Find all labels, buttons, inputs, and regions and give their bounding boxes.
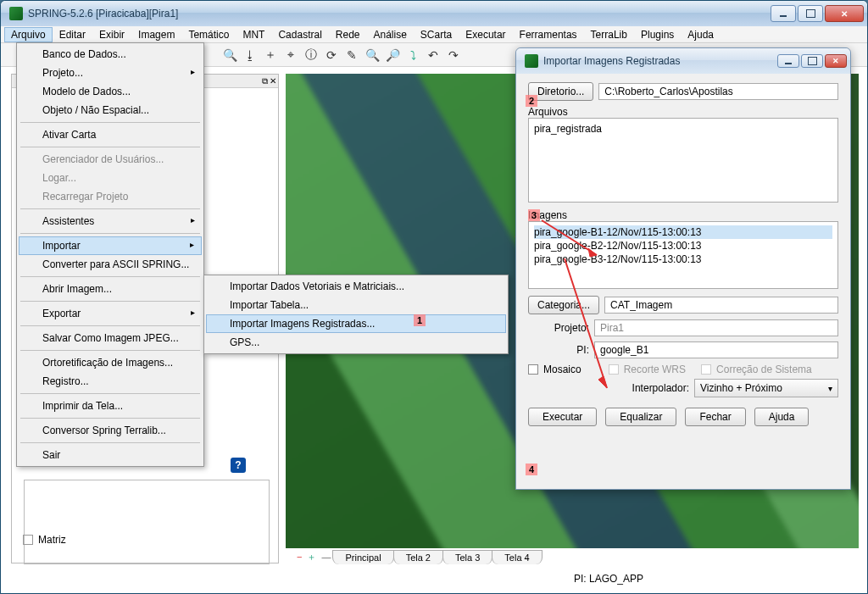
menu-importar[interactable]: Importar [19,236,202,255]
imagens-label: Imagens [528,209,838,221]
dialog-minimize-button[interactable] [777,54,799,68]
tab-prev-icon[interactable]: — [319,552,333,562]
mosaico-label: Mosaico [543,364,581,375]
menu-modelo-dados[interactable]: Modelo de Dados... [19,82,202,101]
menu-exportar[interactable]: Exportar [19,304,202,323]
diretorio-button[interactable]: Diretorio... [528,82,593,101]
panel-close-icon[interactable]: ✕ [270,76,276,86]
menu-ger-usuarios: Gerenciador de Usuários... [19,150,202,169]
submenu-dados-vetoriais[interactable]: Importar Dados Vetoriais e Matriciais... [206,277,506,296]
pi-field[interactable]: google_B1 [594,341,838,358]
lasso-icon[interactable]: ⤵ [404,47,421,64]
dialog-maximize-button[interactable] [801,54,823,68]
arrow-down-icon[interactable]: ⭳ [242,47,259,64]
rotate-icon[interactable]: ⟳ [323,47,340,64]
executar-button[interactable]: Executar [528,408,597,426]
menu-imprimir-tela[interactable]: Imprimir da Tela... [19,397,202,415]
menu-registro[interactable]: Registro... [19,372,202,391]
annotation-tag-2: 2 [526,95,537,107]
minimize-button[interactable] [771,5,796,22]
pencil-icon[interactable]: ✎ [343,47,360,64]
recorte-wrs-label: Recorte WRS [624,364,686,375]
menu-recarregar: Recarregar Projeto [19,187,202,206]
mosaico-checkbox[interactable] [528,364,538,375]
imagens-listbox[interactable]: pira_google-B1-12/Nov/115-13:00:13 pira_… [528,221,838,289]
zoom-out-icon[interactable]: 🔎 [384,47,401,64]
tab-remove-icon[interactable]: − [294,552,304,562]
status-bar: PI: LAGO_APP [9,569,859,588]
import-dialog: Importar Imagens Registradas Diretorio..… [515,47,851,490]
tab-principal[interactable]: Principal [332,550,393,564]
menu-objeto-nao-espacial[interactable]: Objeto / Não Espacial... [19,101,202,119]
imagem-item-3[interactable]: pira_google-B3-12/Nov/115-13:00:13 [534,253,832,266]
menu-sair[interactable]: Sair [19,446,202,464]
help-icon[interactable]: ? [231,458,246,473]
menu-ferramentas[interactable]: Ferramentas [513,27,584,42]
menu-ajuda[interactable]: Ajuda [681,27,721,42]
arquivo-item[interactable]: pira_registrada [534,122,832,136]
menu-abrir-imagem[interactable]: Abrir Imagem... [19,280,202,298]
arquivos-listbox[interactable]: pira_registrada [528,118,838,203]
categoria-button[interactable]: Categoria... [528,296,599,314]
annotation-tag-4: 4 [526,464,537,475]
menu-banco-dados[interactable]: Banco de Dados... [19,45,202,64]
menu-executar[interactable]: Executar [459,27,512,42]
menu-plugins[interactable]: Plugins [634,27,681,42]
arquivo-dropdown: Banco de Dados... Projeto... Modelo de D… [16,42,204,467]
tab-tela4[interactable]: Tela 4 [492,550,542,564]
dialog-close-button[interactable] [825,54,847,68]
menu-imagem[interactable]: Imagem [131,27,181,42]
maximize-button[interactable] [798,5,823,22]
tab-tela3[interactable]: Tela 3 [442,550,492,564]
dialog-titlebar: Importar Imagens Registradas [516,48,850,74]
redo-icon[interactable]: ↷ [445,47,462,64]
menu-logar: Logar... [19,169,202,187]
menu-editar[interactable]: Editar [53,27,92,42]
annotation-tag-1: 1 [414,314,426,326]
interpolador-select[interactable]: Vizinho + Próximo [694,379,838,397]
zoom-icon[interactable]: 🔍 [221,47,238,64]
crosshair-icon[interactable]: ⌖ [282,47,299,64]
menu-salvar-jpeg[interactable]: Salvar Como Imagem JPEG... [19,329,202,347]
matriz-checkbox[interactable] [23,535,33,545]
spring-app-icon [9,7,23,20]
menu-scarta[interactable]: SCarta [414,27,459,42]
zoom-in-icon[interactable]: 🔍 [364,47,381,64]
menu-ativar-carta[interactable]: Ativar Carta [19,125,202,144]
menu-conversor-terralib[interactable]: Conversor Spring Terralib... [19,421,202,440]
menu-bar: Arquivo Editar Exibir Imagem Temático MN… [1,26,867,43]
submenu-gps[interactable]: GPS... [206,333,506,352]
imagem-item-2[interactable]: pira_google-B2-12/Nov/115-13:00:13 [534,239,832,253]
diretorio-field[interactable]: C:\Roberto_Carlos\Apostilas [598,83,838,100]
menu-exibir[interactable]: Exibir [92,27,131,42]
matriz-checkbox-row: Matriz [23,534,66,546]
menu-terralib[interactable]: TerraLib [584,27,634,42]
menu-projeto[interactable]: Projeto... [19,64,202,82]
menu-cadastral[interactable]: Cadastral [271,27,328,42]
ajuda-button[interactable]: Ajuda [754,408,810,426]
imagem-item-1[interactable]: pira_google-B1-12/Nov/115-13:00:13 [534,225,832,239]
equalizar-button[interactable]: Equalizar [605,408,676,426]
tab-add-icon[interactable]: ＋ [304,551,319,563]
menu-rede[interactable]: Rede [329,27,367,42]
panel-dock-icon[interactable]: ⧉ [262,76,268,86]
info-icon[interactable]: ⓘ [303,47,320,64]
plus-icon[interactable]: ＋ [262,47,279,64]
menu-mnt[interactable]: MNT [236,27,271,42]
matriz-label: Matriz [38,534,66,546]
submenu-imagens-registradas[interactable]: Importar Imagens Registradas... [206,314,506,333]
undo-icon[interactable]: ↶ [425,47,442,64]
menu-analise[interactable]: Análise [367,27,414,42]
close-button[interactable] [825,5,864,22]
menu-assistentes[interactable]: Assistentes [19,212,202,230]
menu-ortoretificacao[interactable]: Ortoretificação de Imagens... [19,353,202,372]
tab-tela2[interactable]: Tela 2 [393,550,443,564]
menu-arquivo[interactable]: Arquivo [4,27,53,42]
menu-converter-ascii[interactable]: Converter para ASCII SPRING... [19,255,202,274]
menu-tematico[interactable]: Temático [181,27,236,42]
submenu-tabela[interactable]: Importar Tabela... [206,296,506,314]
fechar-button[interactable]: Fechar [685,408,745,426]
projeto-field: Pira1 [594,319,838,336]
categoria-field[interactable]: CAT_Imagem [604,297,838,314]
status-pi: PI: LAGO_APP [574,573,643,585]
